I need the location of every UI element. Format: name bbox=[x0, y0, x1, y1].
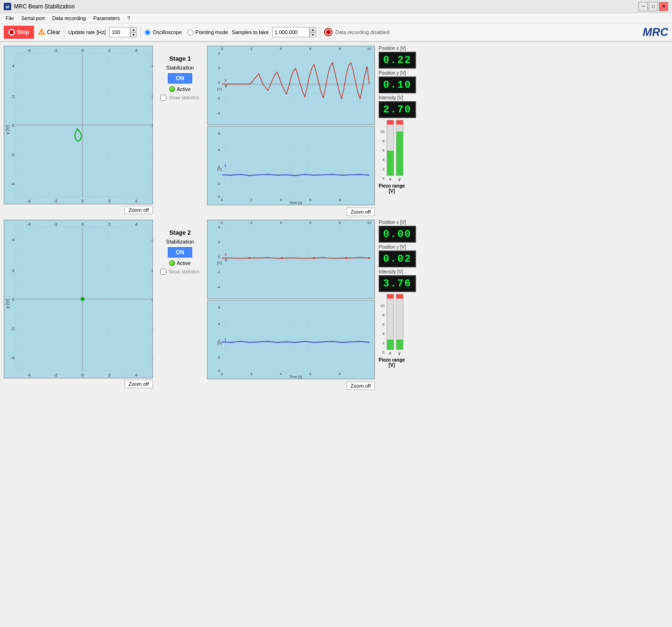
update-rate-input[interactable] bbox=[109, 27, 130, 37]
svg-text:0: 0 bbox=[221, 198, 223, 202]
svg-text:-4: -4 bbox=[152, 181, 152, 186]
svg-text:-2: -2 bbox=[54, 48, 57, 53]
svg-text:2: 2 bbox=[250, 198, 252, 202]
stage2-int-plot: 8 6 4 2 0 0 2 4 6 8 Time [s] I [V] bbox=[207, 300, 375, 379]
svg-text:8: 8 bbox=[339, 47, 341, 51]
stage2-osc-zoom-button[interactable]: Zoom off bbox=[346, 382, 375, 390]
update-rate-down[interactable]: ▼ bbox=[130, 32, 137, 37]
stage1-pos-y-label: Position y [V] bbox=[379, 70, 463, 76]
svg-text:y [V]: y [V] bbox=[5, 125, 10, 134]
stage1-intensity-display: 2.70 bbox=[379, 101, 416, 118]
menu-help[interactable]: ? bbox=[124, 14, 134, 22]
samples-label: Samples to take bbox=[232, 29, 269, 35]
stage1-osc-section: 0 2 4 6 8 10 4 2 0 -2 -4 x Y [V] bbox=[207, 46, 375, 216]
stage1-pos-x-label: Position x [V] bbox=[379, 46, 463, 51]
stage2-x-bar-wrapper bbox=[387, 294, 394, 350]
mrc-logo: MRC bbox=[643, 26, 668, 39]
svg-text:2: 2 bbox=[152, 268, 152, 273]
update-rate-field[interactable]: ▲ ▼ bbox=[109, 27, 137, 37]
close-button[interactable]: ✕ bbox=[659, 2, 668, 11]
svg-text:I: I bbox=[225, 337, 226, 342]
svg-point-113 bbox=[281, 257, 283, 259]
stage1-piezo-label: Piezo range[V] bbox=[379, 183, 405, 194]
stage2-xy-zoom-button[interactable]: Zoom off bbox=[125, 380, 153, 388]
maximize-button[interactable]: □ bbox=[649, 2, 658, 11]
pointing-mode-radio[interactable]: Pointing mode bbox=[187, 29, 228, 35]
stage1-bars: 10 8 6 4 2 0 bbox=[379, 120, 463, 194]
samples-input[interactable] bbox=[272, 27, 310, 37]
svg-text:6: 6 bbox=[309, 47, 312, 51]
clear-button[interactable]: Clear bbox=[38, 28, 61, 36]
stop-button[interactable]: Stop bbox=[4, 26, 34, 39]
stage1-y-bar: y bbox=[396, 120, 403, 181]
stage1-stats-checkbox[interactable] bbox=[160, 95, 166, 101]
svg-text:[V]: [V] bbox=[217, 167, 222, 171]
stage2-right-panel: Position x [V] 0.00 Position y [V] 0.02 … bbox=[379, 220, 463, 368]
svg-rect-118 bbox=[222, 305, 369, 372]
svg-text:2: 2 bbox=[218, 181, 220, 186]
stage1-y-bar-green bbox=[396, 132, 403, 175]
stage1-osc-zoom-button[interactable]: Zoom off bbox=[346, 208, 375, 216]
svg-text:2: 2 bbox=[152, 94, 152, 99]
svg-text:-2: -2 bbox=[152, 327, 152, 331]
menu-serial-port[interactable]: Serial port bbox=[18, 14, 48, 22]
stage1-int-plot: 8 6 4 2 0 0 2 4 6 8 Time [s] I [V] bbox=[207, 126, 375, 205]
stage2-intensity-group: Intensity [V] 3.76 bbox=[379, 269, 463, 292]
stage1-osc-zoom-row: Zoom off bbox=[207, 207, 375, 216]
stage1-intensity-label: Intensity [V] bbox=[379, 95, 463, 100]
stage2-show-stats[interactable]: Show statistics bbox=[160, 269, 199, 275]
stage2-stats-checkbox[interactable] bbox=[160, 269, 166, 275]
svg-point-7 bbox=[326, 30, 331, 35]
samples-up[interactable]: ▲ bbox=[310, 27, 316, 32]
stage1-int-svg: 8 6 4 2 0 0 2 4 6 8 Time [s] I [V] bbox=[208, 126, 374, 205]
svg-point-94 bbox=[81, 297, 84, 301]
stage2-osc-svg: 0 2 4 6 8 10 4 2 0 -2 -4 x Y [V] bbox=[208, 220, 374, 299]
stage1-xy-bars: 10 8 6 4 2 0 bbox=[381, 120, 403, 181]
main-content: 0 -2 -4 2 4 -4 -2 0 2 4 4 2 0 -2 -4 bbox=[0, 42, 672, 394]
stage1-osc-svg: 0 2 4 6 8 10 4 2 0 -2 -4 x Y [V] bbox=[208, 46, 374, 125]
svg-text:0: 0 bbox=[152, 297, 152, 302]
svg-text:0: 0 bbox=[218, 255, 220, 259]
svg-text:-4: -4 bbox=[27, 199, 31, 203]
stage1-xy-zoom-button[interactable]: Zoom off bbox=[125, 206, 153, 214]
menu-data-recording[interactable]: Data recording bbox=[48, 14, 90, 22]
mode-radio-group: Oscilloscope Pointing mode bbox=[145, 29, 228, 35]
update-rate-up[interactable]: ▲ bbox=[130, 27, 137, 32]
svg-text:4: 4 bbox=[152, 237, 152, 242]
svg-text:-2: -2 bbox=[11, 153, 14, 157]
toolbar-divider-1 bbox=[64, 27, 64, 38]
stage2-bars: 10 8 6 4 2 0 bbox=[379, 294, 463, 368]
stage1-x-bar: x bbox=[387, 120, 394, 181]
svg-text:I: I bbox=[225, 163, 226, 168]
stage1-title: Stage 1 bbox=[169, 55, 191, 62]
svg-text:0: 0 bbox=[218, 81, 220, 85]
toolbar-divider-3 bbox=[320, 27, 320, 38]
stage2-xy-plot-container: 0 -2 -4 2 4 -4 -2 0 2 4 4 2 0 -2 -4 bbox=[4, 220, 153, 388]
svg-text:6: 6 bbox=[309, 221, 312, 225]
svg-point-5 bbox=[41, 34, 42, 35]
stage1-on-button[interactable]: ON bbox=[168, 73, 192, 84]
stage2-led bbox=[169, 260, 175, 266]
stage2-on-button[interactable]: ON bbox=[168, 247, 192, 258]
menu-file[interactable]: File bbox=[2, 14, 18, 22]
toolbar: Stop Clear Update rate [Hz] ▲ ▼ Oscillos… bbox=[0, 23, 672, 42]
svg-rect-3 bbox=[10, 30, 14, 34]
stage2-osc-zoom-row: Zoom off bbox=[207, 381, 375, 390]
samples-down[interactable]: ▼ bbox=[310, 32, 316, 37]
svg-text:x: x bbox=[225, 78, 227, 83]
stage2-y-bar: y bbox=[396, 294, 403, 355]
svg-text:2: 2 bbox=[218, 355, 220, 360]
stage2-xy-bars: 10 8 6 4 2 0 bbox=[381, 294, 403, 355]
samples-field[interactable]: ▲ ▼ bbox=[272, 27, 316, 37]
minimize-button[interactable]: ─ bbox=[638, 2, 648, 11]
stage1-show-stats[interactable]: Show statistics bbox=[160, 95, 199, 101]
stage1-led bbox=[169, 86, 175, 92]
stage2-active-indicator: Active bbox=[169, 260, 191, 266]
oscilloscope-radio[interactable]: Oscilloscope bbox=[145, 29, 181, 35]
svg-text:4: 4 bbox=[218, 51, 220, 56]
stage2-x-bar-col: 10 8 6 4 2 0 bbox=[381, 304, 385, 355]
stage1-x-bar-wrapper bbox=[387, 120, 394, 176]
menu-parameters[interactable]: Parameters bbox=[90, 14, 124, 22]
stage2-intensity-label: Intensity [V] bbox=[379, 269, 463, 274]
stage2-y-bar-label: y bbox=[398, 351, 401, 355]
